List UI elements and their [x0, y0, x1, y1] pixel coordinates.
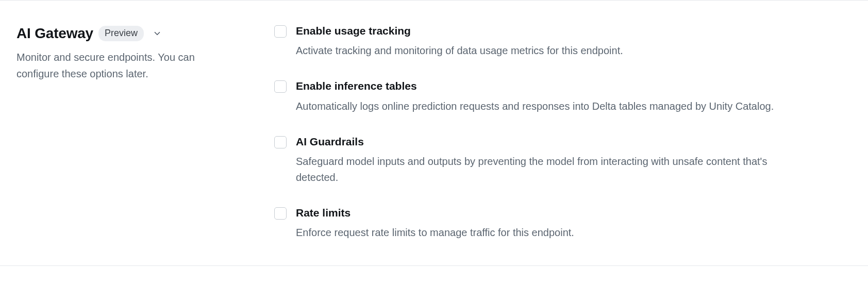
- option-texts: AI Guardrails Safeguard model inputs and…: [296, 135, 800, 186]
- option-usage-tracking: Enable usage tracking Activate tracking …: [274, 24, 800, 59]
- option-description: Enforce request rate limits to manage tr…: [296, 225, 800, 241]
- chevron-down-icon[interactable]: [151, 27, 163, 40]
- option-texts: Enable usage tracking Activate tracking …: [296, 24, 800, 59]
- option-ai-guardrails: AI Guardrails Safeguard model inputs and…: [274, 135, 800, 186]
- option-title: Rate limits: [296, 206, 800, 220]
- option-description: Automatically logs online prediction req…: [296, 98, 800, 114]
- option-texts: Rate limits Enforce request rate limits …: [296, 206, 800, 241]
- ai-guardrails-checkbox[interactable]: [274, 136, 287, 148]
- option-description: Safeguard model inputs and outputs by pr…: [296, 154, 800, 186]
- option-description: Activate tracking and monitoring of data…: [296, 43, 800, 59]
- ai-gateway-section: AI Gateway Preview Monitor and secure en…: [0, 0, 868, 266]
- option-texts: Enable inference tables Automatically lo…: [296, 79, 800, 114]
- section-title: AI Gateway: [16, 25, 93, 42]
- rate-limits-checkbox[interactable]: [274, 207, 287, 220]
- option-inference-tables: Enable inference tables Automatically lo…: [274, 79, 800, 114]
- inference-tables-checkbox[interactable]: [274, 80, 287, 93]
- section-header-col: AI Gateway Preview Monitor and secure en…: [16, 21, 254, 241]
- option-rate-limits: Rate limits Enforce request rate limits …: [274, 206, 800, 241]
- option-title: Enable usage tracking: [296, 24, 800, 38]
- options-col: Enable usage tracking Activate tracking …: [274, 21, 800, 241]
- preview-badge: Preview: [98, 26, 144, 41]
- section-header-row: AI Gateway Preview: [16, 25, 254, 42]
- usage-tracking-checkbox[interactable]: [274, 25, 287, 38]
- section-description: Monitor and secure endpoints. You can co…: [16, 49, 233, 82]
- option-title: AI Guardrails: [296, 135, 800, 148]
- option-title: Enable inference tables: [296, 79, 800, 93]
